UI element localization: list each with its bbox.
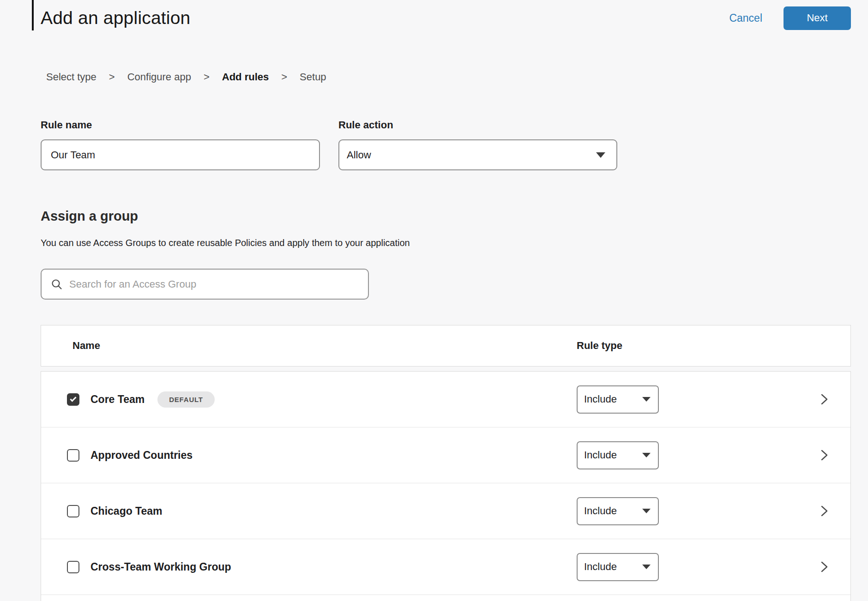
next-button[interactable]: Next — [784, 6, 851, 30]
chevron-right-icon[interactable] — [819, 561, 829, 573]
cancel-button[interactable]: Cancel — [729, 12, 762, 24]
rule-type-value: Include — [584, 505, 617, 517]
group-name: Cross-Team Working Group — [90, 561, 231, 573]
table-header: Name Rule type — [41, 325, 851, 367]
rule-type-select[interactable]: Include — [577, 553, 659, 581]
rule-action-field: Rule action Allow — [338, 119, 617, 170]
left-edge-mark — [32, 0, 34, 30]
header-actions: Cancel Next — [729, 6, 851, 30]
breadcrumb-separator: > — [204, 71, 210, 84]
page-header: Add an application Cancel Next — [41, 0, 851, 36]
rule-type-value: Include — [584, 449, 617, 461]
rule-name-label: Rule name — [41, 119, 320, 131]
rule-name-input[interactable] — [41, 139, 320, 170]
search-input[interactable] — [69, 278, 360, 290]
chevron-right-icon[interactable] — [819, 505, 829, 517]
column-rule-type: Rule type — [577, 340, 622, 352]
chevron-right-icon[interactable] — [819, 393, 829, 405]
chevron-right-icon[interactable] — [819, 449, 829, 461]
assign-group-heading: Assign a group — [41, 208, 410, 224]
table-body: Core Team DEFAULT Include Approved Count… — [41, 371, 851, 601]
rule-action-value: Allow — [347, 149, 371, 161]
step-configure-app[interactable]: Configure app — [127, 71, 191, 84]
group-checkbox[interactable] — [67, 505, 79, 517]
assign-group-description: You can use Access Groups to create reus… — [41, 237, 410, 249]
chevron-down-icon — [642, 453, 651, 457]
step-add-rules[interactable]: Add rules — [222, 71, 269, 84]
rule-action-label: Rule action — [338, 119, 617, 131]
rule-name-field: Rule name — [41, 119, 320, 170]
access-group-search[interactable] — [41, 269, 369, 300]
group-name: Core Team — [90, 393, 145, 406]
table-row: Chicago Team Include — [41, 483, 850, 539]
breadcrumb-separator: > — [109, 71, 115, 84]
step-setup[interactable]: Setup — [300, 71, 326, 84]
rule-type-select[interactable]: Include — [577, 497, 659, 525]
breadcrumb-separator: > — [281, 71, 287, 84]
rule-action-select[interactable]: Allow — [338, 139, 617, 170]
rule-type-value: Include — [584, 561, 617, 573]
access-groups-table: Name Rule type Core Team DEFAULT Include… — [41, 325, 851, 601]
table-row — [41, 595, 850, 601]
chevron-down-icon — [642, 397, 651, 402]
breadcrumb: Select type > Configure app > Add rules … — [46, 71, 326, 84]
rule-type-value: Include — [584, 393, 617, 405]
rule-type-select[interactable]: Include — [577, 441, 659, 469]
default-badge: DEFAULT — [157, 391, 215, 408]
search-icon — [51, 278, 63, 290]
chevron-down-icon — [642, 509, 651, 513]
group-checkbox[interactable] — [67, 561, 79, 573]
chevron-down-icon — [642, 565, 651, 569]
group-checkbox[interactable] — [67, 393, 79, 406]
check-icon — [70, 395, 76, 402]
group-name: Approved Countries — [90, 449, 193, 462]
page-title: Add an application — [41, 8, 191, 28]
chevron-down-icon — [596, 152, 605, 158]
group-name: Chicago Team — [90, 505, 163, 517]
step-select-type[interactable]: Select type — [46, 71, 96, 84]
table-row: Core Team DEFAULT Include — [41, 372, 850, 427]
rule-type-select[interactable]: Include — [577, 385, 659, 414]
table-row: Approved Countries Include — [41, 427, 850, 483]
rule-form: Rule name Rule action Allow — [41, 119, 617, 170]
column-name: Name — [72, 340, 100, 352]
table-row: Cross-Team Working Group Include — [41, 539, 850, 595]
group-checkbox[interactable] — [67, 449, 79, 462]
assign-group-section: Assign a group You can use Access Groups… — [41, 208, 410, 300]
